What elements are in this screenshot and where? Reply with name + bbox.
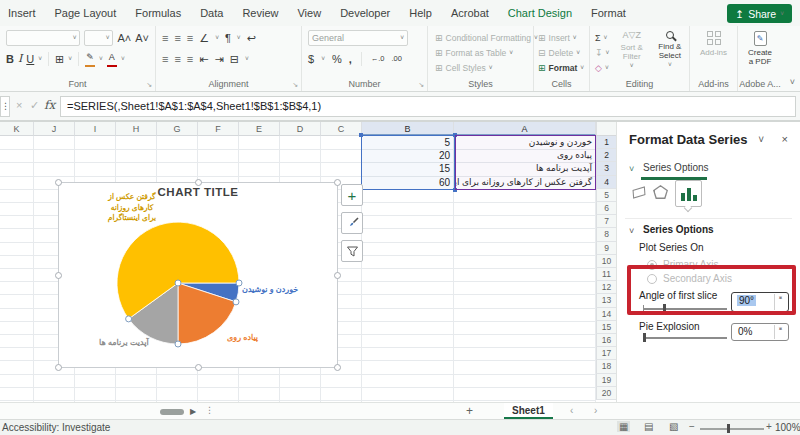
select-all-corner[interactable]: [596, 122, 616, 136]
insert-function-icon[interactable]: fx: [44, 98, 55, 112]
scroll-right-icon[interactable]: ▶: [190, 407, 196, 416]
row-header-3[interactable]: 3: [596, 162, 616, 175]
conditional-formatting-button[interactable]: ⊞ Conditional Formatting˅: [428, 30, 533, 45]
decrease-indent-button[interactable]: ⇤: [199, 52, 208, 66]
number-format-combo[interactable]: General˅: [308, 30, 408, 46]
fill-color-dropdown[interactable]: ˅: [99, 55, 103, 62]
pie-chart[interactable]: CHART TITLE خوردن و نوشیدنپیاده رویآپدیت…: [58, 182, 338, 368]
chart-resize-handle[interactable]: [334, 179, 341, 186]
underline-button[interactable]: U: [26, 52, 34, 66]
row-header-12[interactable]: 12: [596, 281, 616, 294]
add-sheet-button[interactable]: +: [466, 404, 473, 418]
percent-style-button[interactable]: %: [332, 52, 342, 66]
autosum-button[interactable]: Σ˅: [590, 30, 613, 45]
column-header-F[interactable]: F: [198, 122, 239, 136]
row-header-18[interactable]: 18: [596, 360, 616, 373]
cancel-icon[interactable]: ×: [16, 99, 22, 111]
prev-sheet-icon[interactable]: ‹: [570, 405, 573, 416]
explosion-value-input[interactable]: 0% ˄˅: [731, 323, 789, 341]
format-as-table-button[interactable]: ⊞ Format as Table˅: [428, 45, 533, 60]
underline-dropdown[interactable]: ˅: [38, 55, 42, 62]
series-options-tab-icon[interactable]: [675, 180, 702, 207]
italic-button[interactable]: I: [18, 52, 22, 66]
column-header-C[interactable]: C: [321, 122, 362, 136]
row-header-7[interactable]: 7: [596, 215, 616, 228]
increase-indent-button[interactable]: ⇥: [214, 52, 223, 66]
menu-tab-formulas[interactable]: Formulas: [135, 7, 181, 19]
series-options-section-header[interactable]: Series Options: [643, 224, 714, 235]
row-header-2[interactable]: 2: [596, 149, 616, 162]
fill-button[interactable]: ↧˅: [590, 45, 613, 60]
enter-icon[interactable]: ✓: [30, 99, 39, 112]
collapse-ribbon-icon[interactable]: ˅: [790, 77, 795, 87]
next-sheet-icon[interactable]: ›: [594, 405, 597, 416]
chart-resize-handle[interactable]: [195, 364, 202, 371]
row-header-13[interactable]: 13: [596, 294, 616, 307]
delete-cells-button[interactable]: ⊟Delete˅: [534, 45, 589, 60]
explosion-slider-track[interactable]: [643, 337, 727, 339]
kebab-icon[interactable]: ⋮: [205, 405, 214, 415]
effects-tab-icon[interactable]: [653, 185, 668, 199]
explosion-slider-thumb[interactable]: [643, 333, 646, 342]
close-icon[interactable]: ×: [782, 133, 788, 145]
font-color-dropdown[interactable]: ˅: [121, 55, 125, 62]
bold-button[interactable]: B: [6, 52, 14, 66]
column-header-H[interactable]: H: [116, 122, 157, 136]
decrease-decimal-button[interactable]: .00: [392, 52, 402, 66]
row-header-6[interactable]: 6: [596, 202, 616, 215]
font-color-icon[interactable]: A: [107, 50, 117, 67]
align-middle-button[interactable]: ≡: [174, 31, 180, 45]
align-center-button[interactable]: ≡: [174, 52, 180, 66]
chart-resize-handle[interactable]: [55, 272, 62, 279]
row-header-11[interactable]: 11: [596, 268, 616, 281]
orientation-icon[interactable]: ∠: [199, 31, 209, 45]
menu-tab-review[interactable]: Review: [242, 7, 278, 19]
menu-tab-insert[interactable]: Insert: [8, 7, 36, 19]
row-header-9[interactable]: 9: [596, 242, 616, 255]
borders-icon[interactable]: ⊞: [55, 52, 64, 66]
format-cells-button[interactable]: ⊞Format˅: [534, 60, 589, 75]
menu-tab-developer[interactable]: Developer: [340, 7, 390, 19]
chart-resize-handle[interactable]: [334, 364, 341, 371]
row-header-1[interactable]: 1: [596, 136, 616, 149]
row-header-15[interactable]: 15: [596, 321, 616, 334]
column-header-D[interactable]: D: [280, 122, 321, 136]
pane-selector-series-options[interactable]: Series Options: [643, 162, 709, 173]
row-header-14[interactable]: 14: [596, 308, 616, 321]
fill-line-tab-icon[interactable]: [633, 186, 646, 198]
borders-dropdown[interactable]: ˅: [68, 55, 72, 62]
insert-cells-button[interactable]: ⊞Insert˅: [534, 30, 589, 45]
addins-button[interactable]: Add-ins: [690, 26, 737, 57]
column-header-A[interactable]: A: [454, 122, 596, 136]
column-header-J[interactable]: J: [34, 122, 75, 136]
alignment-dialog-launcher[interactable]: ↘: [292, 81, 298, 89]
sheet-tab-sheet1[interactable]: Sheet1: [504, 403, 553, 419]
menu-tab-format[interactable]: Format: [591, 7, 626, 19]
chart-resize-handle[interactable]: [55, 179, 62, 186]
row-header-17[interactable]: 17: [596, 347, 616, 360]
chart-styles-button[interactable]: [341, 212, 363, 234]
accounting-format-button[interactable]: $: [308, 52, 314, 66]
number-dialog-launcher[interactable]: ↘: [418, 81, 424, 89]
menu-tab-acrobat[interactable]: Acrobat: [451, 7, 489, 19]
zoom-percentage[interactable]: 100%: [775, 422, 800, 433]
column-header-K[interactable]: K: [0, 122, 34, 136]
increase-decimal-button[interactable]: ←.0: [371, 52, 385, 66]
clear-button[interactable]: ◇˅: [590, 60, 613, 75]
chart-resize-handle[interactable]: [195, 179, 202, 186]
row-header-16[interactable]: 16: [596, 334, 616, 347]
align-left-button[interactable]: ≡: [162, 52, 168, 66]
font-name-combo[interactable]: ˅: [6, 30, 80, 46]
menu-tab-view[interactable]: View: [297, 7, 321, 19]
zoom-in-icon[interactable]: +: [764, 421, 774, 432]
cell-styles-button[interactable]: ⊞ Cell Styles˅: [428, 60, 533, 75]
column-header-B[interactable]: B: [362, 122, 454, 136]
row-header-5[interactable]: 5: [596, 189, 616, 202]
increase-font-button[interactable]: A˄: [117, 31, 131, 45]
zoom-slider-thumb[interactable]: [727, 424, 730, 433]
chevron-down-icon[interactable]: ˅: [758, 134, 764, 145]
column-header-E[interactable]: E: [239, 122, 280, 136]
font-dialog-launcher[interactable]: ↘: [146, 81, 152, 89]
page-break-view-icon[interactable]: ▧: [667, 421, 680, 432]
decrease-font-button[interactable]: A˅: [135, 31, 149, 45]
